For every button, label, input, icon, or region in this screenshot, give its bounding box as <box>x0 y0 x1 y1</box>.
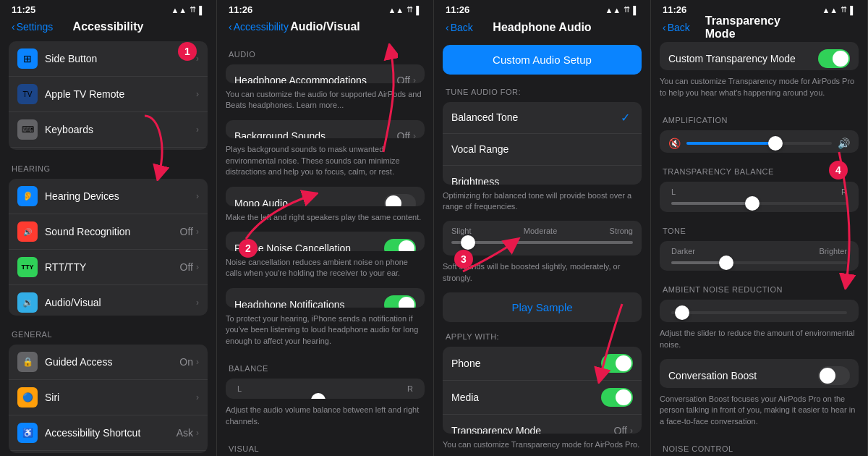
status-bar-1: 11:25 ▲▲ ⇈ ▌ <box>0 0 216 18</box>
amp-track[interactable] <box>686 142 832 145</box>
hearing-devices-chevron: › <box>196 191 199 201</box>
side-button-item[interactable]: ⊞ Side Button › <box>9 41 208 77</box>
custom-transparency-group: Custom Transparency Mode <box>660 42 859 71</box>
nav-bar-3: ‹ Back Headphone Audio <box>434 19 650 39</box>
audio-visual-label: Audio/Visual <box>45 297 196 308</box>
nav-back-2[interactable]: ‹ Accessibility <box>229 21 289 33</box>
keyboards-icon: ⌨ <box>17 119 38 140</box>
status-icons-1: ▲▲ ⇈ ▌ <box>171 5 205 14</box>
mono-audio-toggle[interactable] <box>384 194 416 206</box>
airpods-item[interactable]: 🎧 AirPods › <box>9 148 208 150</box>
balanced-tone-label: Balanced Tone <box>451 111 621 123</box>
audio-visual-item[interactable]: 🔉 Audio/Visual › <box>9 285 208 315</box>
play-sample-button[interactable]: Play Sample <box>443 292 642 322</box>
nav-back-3[interactable]: ‹ Back <box>446 22 473 33</box>
guided-access-label: Guided Access <box>45 356 179 368</box>
background-sounds-item[interactable]: Background Sounds Off › <box>226 120 425 139</box>
brightness-item[interactable]: Brightness <box>443 166 642 185</box>
appletv-label: Apple TV Remote <box>45 88 196 100</box>
signal-icon-2: ▲▲ <box>388 6 404 14</box>
audio-section-header: AUDIO <box>217 38 433 62</box>
vocal-range-item[interactable]: Vocal Range <box>443 134 642 166</box>
noise-control-header: NOISE CONTROL <box>651 433 867 456</box>
headphone-accommodations-item[interactable]: Headphone Accommodations Off › <box>226 64 425 83</box>
custom-transparency-desc: You can customize Transparency mode for … <box>651 73 867 104</box>
balanced-tone-item[interactable]: Balanced Tone ✓ <box>443 102 642 134</box>
balance-thumb[interactable] <box>311 393 326 399</box>
amp-thumb[interactable] <box>768 136 783 151</box>
hearing-devices-item[interactable]: 👂 Hearing Devices › <box>9 179 208 214</box>
conversation-boost-item[interactable]: Conversation Boost <box>660 359 859 388</box>
hearing-section-header: HEARING <box>0 153 216 176</box>
boost-thumb[interactable] <box>461 235 475 250</box>
badge-2: 2 <box>239 239 258 258</box>
accessibility-shortcut-icon: ♿ <box>17 423 38 443</box>
battery-icon-4: ▌ <box>850 6 856 14</box>
ambient-section-header: AMBIENT NOISE REDUCTION <box>651 274 867 297</box>
phone-noise-toggle[interactable] <box>384 239 416 251</box>
boost-labels: Slight Moderate Strong <box>451 227 633 235</box>
phone-apply-toggle[interactable] <box>601 354 633 373</box>
transparency-mode-item[interactable]: Transparency Mode Off › <box>443 415 642 433</box>
siri-icon: 🔵 <box>17 387 38 408</box>
tb-left-label: L <box>671 187 676 196</box>
rtt-chevron: › <box>196 262 199 272</box>
balance-labels: L R <box>237 384 413 393</box>
headphone-notifications-toggle[interactable] <box>384 295 416 308</box>
conversation-boost-toggle[interactable] <box>818 366 850 385</box>
balance-desc: Adjust the audio volume balance between … <box>217 402 433 433</box>
appletv-remote-item[interactable]: TV Apple TV Remote › <box>9 77 208 112</box>
custom-transparency-item[interactable]: Custom Transparency Mode <box>660 42 859 71</box>
ambient-track[interactable] <box>671 311 847 314</box>
tb-track[interactable] <box>671 202 847 205</box>
transparency-mode-label: Transparency Mode <box>451 425 614 433</box>
tone-labels: Darker Brighter <box>671 247 847 256</box>
accessibility-shortcut-item[interactable]: ♿ Accessibility Shortcut Ask › <box>9 415 208 451</box>
amplification-group: 🔇 🔊 <box>660 130 859 153</box>
signal-icon-3: ▲▲ <box>605 6 621 14</box>
nav-bar-1: ‹ Settings Accessibility <box>0 18 216 38</box>
per-app-settings-item[interactable]: ⚙ Per-App Settings › <box>9 451 208 453</box>
boost-track[interactable] <box>451 241 633 244</box>
tb-thumb[interactable] <box>745 196 760 211</box>
nav-back-1[interactable]: ‹ Settings <box>12 21 53 33</box>
apply-settings-group: Phone Media Transparency Mode Off › <box>443 347 642 433</box>
phone-apply-item[interactable]: Phone <box>443 347 642 381</box>
siri-item[interactable]: 🔵 Siri › <box>9 380 208 415</box>
mono-audio-desc: Make the left and right speakers play th… <box>217 209 433 229</box>
guided-access-item[interactable]: 🔒 Guided Access On › <box>9 345 208 380</box>
badge-3: 3 <box>454 250 473 269</box>
general-section-header: GENERAL <box>0 318 216 342</box>
custom-transparency-toggle[interactable] <box>818 49 850 68</box>
screen1: 11:25 ▲▲ ⇈ ▌ ‹ Settings Accessibility ⊞ … <box>0 0 217 456</box>
ambient-thumb[interactable] <box>675 305 689 320</box>
phone-apply-label: Phone <box>451 358 601 369</box>
mono-audio-item[interactable]: Mono Audio <box>226 187 425 206</box>
media-apply-label: Media <box>451 392 601 403</box>
tone-thumb[interactable] <box>719 256 733 270</box>
tone-track[interactable] <box>671 261 847 264</box>
custom-audio-setup-button[interactable]: Custom Audio Setup <box>443 45 642 75</box>
rtt-item[interactable]: TTY RTT/TTY Off › <box>9 250 208 285</box>
appletv-chevron: › <box>196 89 199 99</box>
transparency-balance-group: L R <box>660 182 859 211</box>
ambient-slider-container <box>660 300 859 322</box>
sound-recognition-item[interactable]: 🔊 Sound Recognition Off › <box>9 214 208 250</box>
nav-back-4[interactable]: ‹ Back <box>663 22 690 33</box>
background-sounds-label: Background Sounds <box>234 130 397 139</box>
hearing-devices-label: Hearing Devices <box>45 190 196 202</box>
nav-title-1: Accessibility <box>73 20 144 33</box>
boost-slight: Slight <box>451 227 472 235</box>
media-apply-item[interactable]: Media <box>443 381 642 415</box>
headphone-notifications-item[interactable]: Headphone Notifications <box>226 288 425 308</box>
siri-chevron: › <box>196 392 199 402</box>
brightness-desc: Optimizing for balanced tone will provid… <box>434 187 650 219</box>
conversation-boost-label: Conversation Boost <box>668 370 818 381</box>
wifi-icon-1: ⇈ <box>190 5 196 14</box>
headphone-notifications-label: Headphone Notifications <box>234 299 384 308</box>
siri-label: Siri <box>45 392 196 403</box>
media-apply-toggle[interactable] <box>601 388 633 407</box>
keyboards-item[interactable]: ⌨ Keyboards › <box>9 112 208 148</box>
visual-section-header: VISUAL <box>217 433 433 456</box>
boost-moderate: Moderate <box>524 227 557 235</box>
